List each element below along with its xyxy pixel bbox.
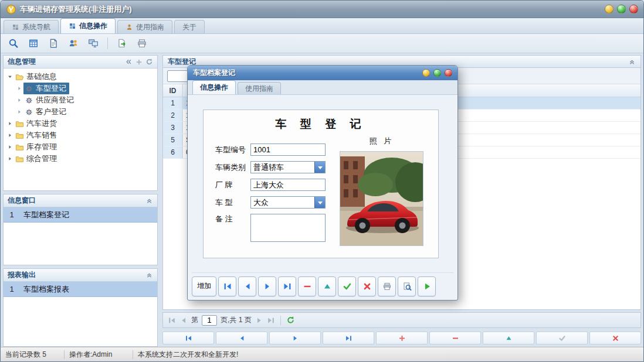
dialog-minimize-button[interactable] bbox=[422, 69, 430, 77]
save-button[interactable] bbox=[338, 276, 356, 296]
info-window-item[interactable]: 1 车型档案登记 bbox=[4, 207, 157, 223]
refresh-icon[interactable] bbox=[286, 316, 295, 325]
dropdown-button[interactable] bbox=[314, 197, 325, 208]
folder-icon bbox=[15, 119, 24, 128]
tab-label: 信息操作 bbox=[79, 21, 107, 31]
field-row-model: 车 型 bbox=[215, 196, 338, 209]
print-button[interactable] bbox=[134, 36, 150, 52]
minimize-button[interactable] bbox=[605, 5, 614, 13]
panel-report-output: 报表输出 1 车型档案报表 bbox=[3, 268, 158, 347]
last-icon bbox=[283, 282, 292, 291]
prev-record-button[interactable] bbox=[216, 332, 267, 344]
minus-icon bbox=[452, 334, 459, 342]
status-message: 本系统支持二次开发和全新开发! bbox=[138, 350, 238, 360]
last-record-button[interactable] bbox=[278, 276, 296, 296]
dialog-maximize-button[interactable] bbox=[433, 69, 441, 77]
panel-title: 报表输出 bbox=[8, 270, 36, 280]
tri_r-icon bbox=[7, 144, 13, 150]
page-number-input[interactable] bbox=[202, 315, 217, 326]
next-record-button[interactable] bbox=[269, 332, 321, 344]
print-button[interactable] bbox=[378, 276, 396, 296]
add-button[interactable]: 增加 bbox=[192, 276, 216, 296]
tree-node-1[interactable]: 车型登记 bbox=[4, 83, 157, 94]
delete-record-button[interactable] bbox=[429, 332, 481, 344]
first-record-button[interactable] bbox=[218, 276, 236, 296]
tri_r-icon bbox=[7, 121, 13, 127]
confirm-button[interactable] bbox=[536, 332, 588, 344]
tree-node-3[interactable]: 客户登记 bbox=[4, 106, 157, 118]
docexport-icon bbox=[117, 38, 127, 49]
document-button[interactable] bbox=[45, 36, 62, 52]
gear-icon bbox=[25, 96, 33, 105]
field-remarks-textarea[interactable] bbox=[250, 214, 326, 242]
tri_r-icon bbox=[7, 132, 13, 138]
edit-record-button[interactable] bbox=[318, 276, 336, 296]
dialog-tab-info-op[interactable]: 信息操作 bbox=[192, 80, 236, 94]
field-model-code-control bbox=[250, 144, 326, 156]
page-prefix-label: 第 bbox=[191, 315, 198, 325]
search-button[interactable] bbox=[5, 36, 22, 52]
first-page-icon[interactable] bbox=[168, 316, 176, 325]
tree-node-label: 车型登记 bbox=[36, 83, 66, 94]
first-record-button[interactable] bbox=[162, 332, 214, 344]
prev-record-button[interactable] bbox=[238, 276, 256, 296]
maximize-button[interactable] bbox=[617, 5, 626, 13]
up-icon bbox=[505, 334, 513, 342]
data-table-button[interactable] bbox=[25, 36, 42, 52]
panel-title: 信息窗口 bbox=[8, 196, 36, 206]
cancel-button[interactable] bbox=[589, 332, 641, 344]
tab-about[interactable]: 关于 bbox=[174, 20, 205, 33]
tab-nav[interactable]: 系统导航 bbox=[4, 20, 59, 33]
edit-record-button[interactable] bbox=[483, 332, 534, 344]
tree-node-label: 供应商登记 bbox=[36, 95, 74, 105]
add-icon[interactable] bbox=[135, 59, 143, 66]
collapse-left-icon[interactable] bbox=[125, 58, 133, 66]
users-button[interactable] bbox=[65, 36, 82, 52]
dialog-tab-guide[interactable]: 使用指南 bbox=[238, 82, 281, 94]
collapse-up-icon[interactable] bbox=[145, 271, 153, 279]
collapse-up-icon[interactable] bbox=[628, 58, 636, 66]
tree-node-0[interactable]: 基础信息 bbox=[4, 71, 157, 83]
car-photo bbox=[340, 151, 423, 246]
button-label: 增加 bbox=[194, 281, 214, 291]
cancel-button[interactable] bbox=[358, 276, 376, 296]
report-output-item[interactable]: 1 车型档案报表 bbox=[4, 282, 157, 297]
last-page-icon[interactable] bbox=[267, 316, 275, 325]
tab-info-op[interactable]: 信息操作 bbox=[60, 18, 116, 33]
dialog-close-button[interactable] bbox=[445, 69, 452, 77]
add-record-button[interactable] bbox=[376, 332, 428, 344]
next-record-button[interactable] bbox=[258, 276, 276, 296]
run-button[interactable] bbox=[418, 276, 436, 296]
prev-page-icon[interactable] bbox=[179, 316, 188, 325]
refresh-icon[interactable] bbox=[145, 58, 153, 66]
tree-node-body: 综合管理 bbox=[14, 153, 60, 165]
monitors-button[interactable] bbox=[85, 36, 101, 52]
form-fields: 车型编号车辆类别厂 牌车 型备 注 bbox=[215, 144, 338, 247]
tree-node-label: 综合管理 bbox=[26, 153, 57, 164]
export-document-button[interactable] bbox=[114, 36, 130, 52]
tree-node-label: 客户登记 bbox=[36, 107, 66, 117]
dialog-tabbar: 信息操作使用指南 bbox=[188, 80, 457, 95]
print-preview-button[interactable] bbox=[398, 276, 416, 296]
main-tabbar: 系统导航信息操作使用指南关于 bbox=[1, 18, 643, 34]
tree-node-7[interactable]: 综合管理 bbox=[4, 153, 157, 165]
tree-node-4[interactable]: 汽车进货 bbox=[4, 118, 157, 129]
field-model-code-input[interactable] bbox=[250, 144, 326, 156]
main-toolbar bbox=[1, 34, 643, 53]
dialog-button-bar: 增加 bbox=[192, 272, 453, 298]
collapse-up-icon[interactable] bbox=[145, 197, 153, 204]
next-page-icon[interactable] bbox=[255, 316, 263, 325]
dropdown-button[interactable] bbox=[314, 162, 325, 173]
last-record-button[interactable] bbox=[323, 332, 374, 344]
tab-guide[interactable]: 使用指南 bbox=[117, 20, 172, 33]
close-button[interactable] bbox=[629, 5, 638, 13]
tree-node-2[interactable]: 供应商登记 bbox=[4, 94, 157, 106]
tree-node-6[interactable]: 库存管理 bbox=[4, 141, 157, 153]
delete-record-button[interactable] bbox=[298, 276, 316, 296]
grid-column-id[interactable]: ID bbox=[163, 84, 183, 97]
next-icon bbox=[292, 334, 299, 342]
tree-node-5[interactable]: 汽车销售 bbox=[4, 129, 157, 141]
dialog-title: 车型档案登记 bbox=[193, 68, 235, 78]
tree-node-label: 基础信息 bbox=[26, 71, 57, 82]
field-brand-input[interactable] bbox=[250, 179, 326, 191]
